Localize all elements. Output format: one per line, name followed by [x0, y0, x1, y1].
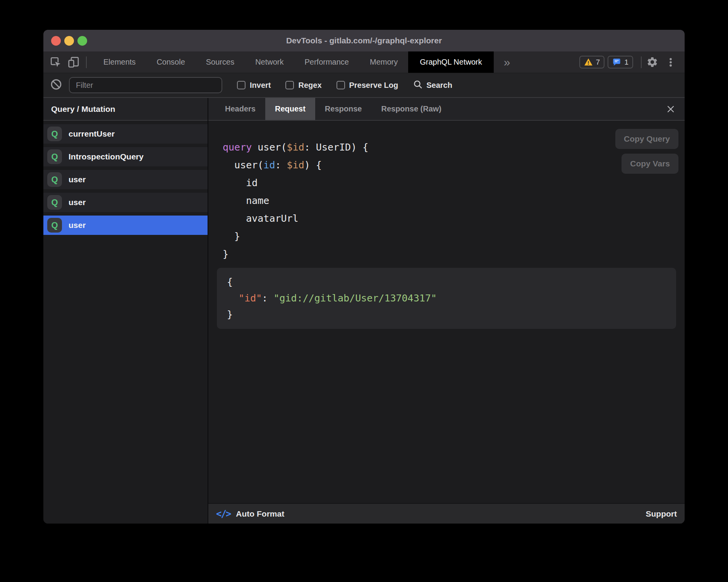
settings-gear-icon[interactable] [646, 56, 658, 68]
tab-response[interactable]: Response [315, 98, 372, 120]
tab-network[interactable]: Network [245, 51, 294, 73]
device-toolbar-icon[interactable] [67, 56, 80, 68]
message-bubble-icon [612, 58, 621, 67]
copy-query-button[interactable]: Copy Query [615, 129, 678, 149]
preserve-log-checkbox[interactable] [337, 81, 345, 89]
regex-label: Regex [298, 81, 321, 90]
tab-elements[interactable]: Elements [93, 51, 146, 73]
graphql-variables-code: { "id": "gid://gitlab/User/13704317"} [227, 274, 666, 323]
warning-triangle-icon [584, 58, 593, 67]
tab-request[interactable]: Request [265, 98, 315, 120]
main-content: Query / Mutation Q currentUser Q Introsp… [43, 98, 685, 524]
more-tabs-chevron-icon[interactable]: » [494, 56, 520, 69]
request-detail-panel: Headers Request Response Response (Raw) … [208, 98, 685, 524]
query-item-label: currentUser [69, 129, 115, 139]
request-body: Copy Query Copy Vars query user($id: Use… [208, 121, 685, 503]
filter-input[interactable] [69, 77, 222, 93]
detail-tab-bar: Headers Request Response Response (Raw) [208, 98, 685, 121]
warning-count: 7 [596, 58, 600, 67]
close-detail-icon[interactable] [666, 98, 675, 120]
query-list-item-introspectionquery[interactable]: Q IntrospectionQuery [43, 147, 208, 166]
support-link[interactable]: Support [646, 509, 677, 519]
query-type-badge: Q [47, 195, 62, 210]
query-list-item-user-2[interactable]: Q user [43, 193, 208, 212]
search-label: Search [426, 81, 452, 90]
invert-label: Invert [250, 81, 271, 90]
query-type-badge: Q [47, 218, 62, 233]
query-type-badge: Q [47, 149, 62, 164]
issues-badge[interactable]: 1 [608, 56, 633, 68]
block-requests-icon[interactable] [50, 79, 62, 92]
query-type-badge: Q [47, 172, 62, 187]
regex-checkbox[interactable] [285, 81, 294, 89]
filter-bar: Invert Regex Preserve Log Search [43, 73, 685, 98]
query-list-item-user-1[interactable]: Q user [43, 170, 208, 189]
query-item-label: user [69, 175, 86, 184]
regex-checkbox-group[interactable]: Regex [285, 81, 321, 90]
code-brackets-icon: </> [216, 508, 230, 519]
auto-format-button[interactable]: Auto Format [236, 509, 284, 519]
invert-checkbox-group[interactable]: Invert [237, 81, 271, 90]
tab-memory[interactable]: Memory [359, 51, 408, 73]
kebab-menu-icon[interactable] [665, 57, 682, 68]
sidebar-header: Query / Mutation [43, 98, 208, 121]
query-item-label: user [69, 221, 86, 230]
tab-response-raw[interactable]: Response (Raw) [371, 98, 451, 120]
devtools-toolbar: Elements Console Sources Network Perform… [43, 51, 685, 73]
query-type-badge: Q [47, 127, 62, 141]
query-list-item-currentuser[interactable]: Q currentUser [43, 124, 208, 144]
graphql-query-code: query user($id: UserID) { user(id: $id) … [223, 139, 685, 263]
window-title: DevTools - gitlab.com/-/graphql-explorer [43, 36, 685, 45]
warnings-badge[interactable]: 7 [579, 56, 605, 68]
query-list-item-user-3-selected[interactable]: Q user [43, 216, 208, 235]
tab-performance[interactable]: Performance [294, 51, 360, 73]
query-item-label: user [69, 198, 86, 207]
tab-graphql-network[interactable]: GraphQL Network [408, 51, 493, 73]
issues-count: 1 [624, 58, 628, 67]
query-list: Q currentUser Q IntrospectionQuery Q use… [43, 121, 208, 238]
desktop-background: DevTools - gitlab.com/-/graphql-explorer… [0, 0, 728, 582]
search-icon [413, 79, 423, 91]
query-list-sidebar: Query / Mutation Q currentUser Q Introsp… [43, 98, 208, 524]
tab-console[interactable]: Console [146, 51, 195, 73]
inspect-element-icon[interactable] [50, 56, 62, 68]
devtools-window: DevTools - gitlab.com/-/graphql-explorer… [43, 30, 685, 524]
copy-vars-button[interactable]: Copy Vars [622, 154, 678, 174]
toolbar-separator [86, 56, 87, 68]
title-bar: DevTools - gitlab.com/-/graphql-explorer [43, 30, 685, 51]
invert-checkbox[interactable] [237, 81, 246, 89]
preserve-log-checkbox-group[interactable]: Preserve Log [337, 81, 398, 90]
toolbar-separator [641, 56, 642, 68]
preserve-log-label: Preserve Log [349, 81, 398, 90]
tab-headers[interactable]: Headers [215, 98, 265, 120]
tab-sources[interactable]: Sources [196, 51, 245, 73]
variables-box: { "id": "gid://gitlab/User/13704317"} [217, 268, 676, 329]
query-item-label: IntrospectionQuery [69, 152, 144, 161]
panel-footer: </> Auto Format Support [208, 503, 685, 524]
search-button[interactable]: Search [413, 79, 452, 91]
